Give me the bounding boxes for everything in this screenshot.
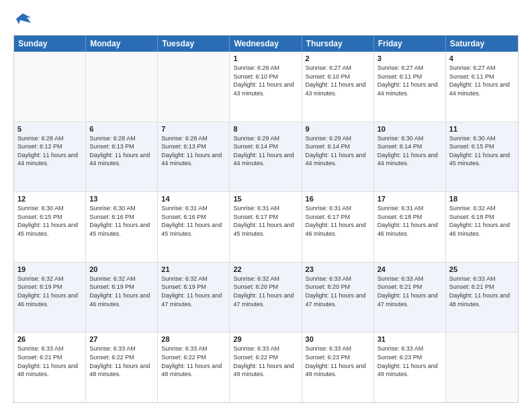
day-info: Sunrise: 6:33 AM Sunset: 6:23 PM Dayligh… [306, 345, 370, 378]
weekday-header: Wednesday [230, 36, 302, 52]
day-info: Sunrise: 6:33 AM Sunset: 6:23 PM Dayligh… [378, 345, 442, 378]
calendar-cell: 18Sunrise: 6:32 AM Sunset: 6:18 PM Dayli… [446, 192, 518, 262]
calendar-cell: 27Sunrise: 6:33 AM Sunset: 6:22 PM Dayli… [86, 332, 158, 402]
top-section [13, 11, 519, 30]
day-info: Sunrise: 6:33 AM Sunset: 6:21 PM Dayligh… [449, 275, 515, 308]
day-number: 10 [378, 125, 442, 133]
day-number: 29 [233, 335, 298, 343]
day-number: 9 [306, 125, 370, 133]
day-info: Sunrise: 6:32 AM Sunset: 6:19 PM Dayligh… [161, 275, 226, 308]
day-number: 1 [233, 54, 298, 62]
calendar-row: 19Sunrise: 6:32 AM Sunset: 6:19 PM Dayli… [14, 262, 518, 332]
day-info: Sunrise: 6:33 AM Sunset: 6:22 PM Dayligh… [233, 345, 298, 378]
weekday-header: Monday [86, 36, 158, 52]
calendar-cell [86, 52, 158, 122]
logo-bird-icon [13, 11, 32, 30]
weekday-header: Tuesday [158, 36, 230, 52]
day-info: Sunrise: 6:33 AM Sunset: 6:20 PM Dayligh… [306, 275, 370, 308]
day-number: 31 [378, 335, 442, 343]
day-info: Sunrise: 6:27 AM Sunset: 6:11 PM Dayligh… [449, 64, 515, 97]
day-number: 4 [449, 54, 515, 62]
calendar-cell: 19Sunrise: 6:32 AM Sunset: 6:19 PM Dayli… [14, 263, 86, 332]
day-number: 28 [161, 335, 226, 343]
weekday-header: Sunday [14, 36, 86, 52]
day-number: 12 [17, 195, 82, 203]
logo [13, 11, 35, 30]
svg-marker-0 [16, 13, 31, 24]
day-info: Sunrise: 6:27 AM Sunset: 6:11 PM Dayligh… [378, 64, 442, 97]
day-number: 19 [17, 265, 82, 273]
calendar-cell: 3Sunrise: 6:27 AM Sunset: 6:11 PM Daylig… [374, 52, 446, 122]
day-number: 6 [89, 125, 154, 133]
day-info: Sunrise: 6:30 AM Sunset: 6:15 PM Dayligh… [449, 134, 515, 168]
calendar-cell: 20Sunrise: 6:32 AM Sunset: 6:19 PM Dayli… [86, 263, 158, 332]
calendar-cell: 17Sunrise: 6:31 AM Sunset: 6:18 PM Dayli… [374, 192, 446, 262]
day-number: 21 [161, 265, 226, 273]
day-info: Sunrise: 6:32 AM Sunset: 6:18 PM Dayligh… [449, 204, 515, 238]
calendar-cell: 6Sunrise: 6:28 AM Sunset: 6:13 PM Daylig… [86, 122, 158, 192]
weekday-header: Friday [374, 36, 446, 52]
weekday-header: Thursday [302, 36, 374, 52]
calendar-cell: 9Sunrise: 6:29 AM Sunset: 6:14 PM Daylig… [302, 122, 374, 192]
calendar-cell: 12Sunrise: 6:30 AM Sunset: 6:15 PM Dayli… [14, 192, 86, 262]
weekday-header: Saturday [446, 36, 518, 52]
day-number: 11 [449, 125, 515, 133]
day-number: 22 [233, 265, 298, 273]
day-number: 26 [17, 335, 82, 343]
day-number: 15 [233, 195, 298, 203]
calendar: SundayMondayTuesdayWednesdayThursdayFrid… [13, 35, 519, 403]
day-info: Sunrise: 6:31 AM Sunset: 6:18 PM Dayligh… [378, 204, 442, 238]
calendar-cell [14, 52, 86, 122]
calendar-cell: 24Sunrise: 6:33 AM Sunset: 6:21 PM Dayli… [374, 263, 446, 332]
calendar-cell [446, 332, 518, 402]
day-number: 23 [306, 265, 370, 273]
calendar-cell: 31Sunrise: 6:33 AM Sunset: 6:23 PM Dayli… [374, 332, 446, 402]
calendar-cell: 14Sunrise: 6:31 AM Sunset: 6:16 PM Dayli… [158, 192, 230, 262]
calendar-cell: 1Sunrise: 6:26 AM Sunset: 6:10 PM Daylig… [230, 52, 302, 122]
calendar-row: 12Sunrise: 6:30 AM Sunset: 6:15 PM Dayli… [14, 191, 518, 262]
day-number: 25 [449, 265, 515, 273]
calendar-row: 1Sunrise: 6:26 AM Sunset: 6:10 PM Daylig… [14, 52, 518, 122]
day-number: 2 [306, 54, 370, 62]
calendar-header: SundayMondayTuesdayWednesdayThursdayFrid… [14, 36, 518, 52]
calendar-cell: 29Sunrise: 6:33 AM Sunset: 6:22 PM Dayli… [230, 332, 302, 402]
day-info: Sunrise: 6:31 AM Sunset: 6:17 PM Dayligh… [306, 204, 370, 238]
day-info: Sunrise: 6:31 AM Sunset: 6:17 PM Dayligh… [233, 204, 298, 238]
calendar-cell: 25Sunrise: 6:33 AM Sunset: 6:21 PM Dayli… [446, 263, 518, 332]
day-number: 20 [89, 265, 154, 273]
day-number: 30 [306, 335, 370, 343]
day-number: 17 [378, 195, 442, 203]
calendar-cell: 7Sunrise: 6:28 AM Sunset: 6:13 PM Daylig… [158, 122, 230, 192]
day-info: Sunrise: 6:28 AM Sunset: 6:13 PM Dayligh… [89, 134, 154, 168]
calendar-cell: 2Sunrise: 6:27 AM Sunset: 6:10 PM Daylig… [302, 52, 374, 122]
day-number: 7 [161, 125, 226, 133]
day-number: 24 [378, 265, 442, 273]
calendar-row: 26Sunrise: 6:33 AM Sunset: 6:21 PM Dayli… [14, 332, 518, 402]
calendar-cell: 5Sunrise: 6:28 AM Sunset: 6:12 PM Daylig… [14, 122, 86, 192]
day-info: Sunrise: 6:30 AM Sunset: 6:16 PM Dayligh… [89, 204, 154, 238]
day-info: Sunrise: 6:26 AM Sunset: 6:10 PM Dayligh… [233, 64, 298, 97]
day-info: Sunrise: 6:30 AM Sunset: 6:15 PM Dayligh… [17, 204, 82, 238]
day-info: Sunrise: 6:29 AM Sunset: 6:14 PM Dayligh… [306, 134, 370, 168]
day-info: Sunrise: 6:28 AM Sunset: 6:13 PM Dayligh… [161, 134, 226, 168]
day-number: 5 [17, 125, 82, 133]
day-info: Sunrise: 6:27 AM Sunset: 6:10 PM Dayligh… [306, 64, 370, 97]
calendar-cell: 26Sunrise: 6:33 AM Sunset: 6:21 PM Dayli… [14, 332, 86, 402]
calendar-cell: 11Sunrise: 6:30 AM Sunset: 6:15 PM Dayli… [446, 122, 518, 192]
day-info: Sunrise: 6:32 AM Sunset: 6:20 PM Dayligh… [233, 275, 298, 308]
day-info: Sunrise: 6:33 AM Sunset: 6:22 PM Dayligh… [89, 345, 154, 378]
calendar-body: 1Sunrise: 6:26 AM Sunset: 6:10 PM Daylig… [14, 52, 518, 402]
calendar-cell: 15Sunrise: 6:31 AM Sunset: 6:17 PM Dayli… [230, 192, 302, 262]
day-info: Sunrise: 6:31 AM Sunset: 6:16 PM Dayligh… [161, 204, 226, 238]
day-info: Sunrise: 6:32 AM Sunset: 6:19 PM Dayligh… [89, 275, 154, 308]
day-number: 18 [449, 195, 515, 203]
day-number: 27 [89, 335, 154, 343]
day-number: 8 [233, 125, 298, 133]
calendar-cell: 10Sunrise: 6:30 AM Sunset: 6:14 PM Dayli… [374, 122, 446, 192]
calendar-cell: 13Sunrise: 6:30 AM Sunset: 6:16 PM Dayli… [86, 192, 158, 262]
day-number: 14 [161, 195, 226, 203]
day-info: Sunrise: 6:32 AM Sunset: 6:19 PM Dayligh… [17, 275, 82, 308]
calendar-cell: 4Sunrise: 6:27 AM Sunset: 6:11 PM Daylig… [446, 52, 518, 122]
day-info: Sunrise: 6:33 AM Sunset: 6:21 PM Dayligh… [378, 275, 442, 308]
day-number: 13 [89, 195, 154, 203]
